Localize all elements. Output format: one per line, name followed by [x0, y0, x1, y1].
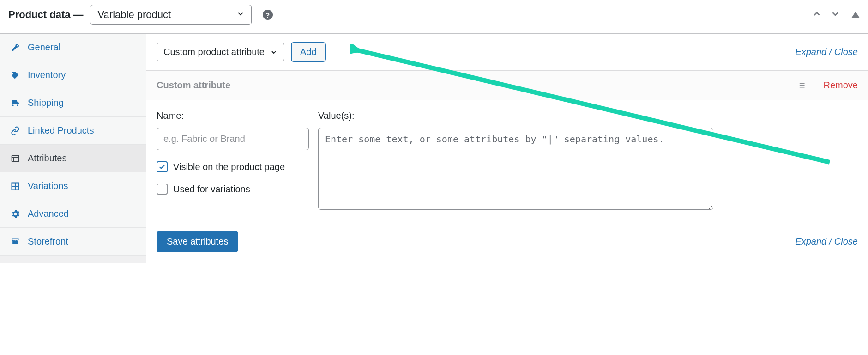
- attribute-row-actions: ≡ Remove: [799, 80, 858, 91]
- product-tabs-sidebar: General Inventory Shipping Linked Produc…: [0, 34, 146, 263]
- header-right: [812, 9, 860, 21]
- panel-title: Product data —: [8, 9, 84, 21]
- product-type-select[interactable]: Variable product: [90, 5, 252, 25]
- remove-attribute-link[interactable]: Remove: [824, 80, 858, 91]
- visible-label: Visible on the product page: [173, 162, 285, 172]
- values-label: Value(s):: [318, 110, 713, 121]
- wrench-icon: [10, 43, 20, 52]
- collapse-icon[interactable]: [851, 12, 860, 18]
- expand-close-group-bottom: Expand / Close: [795, 236, 858, 247]
- attributes-footer: Save attributes Expand / Close: [146, 220, 868, 263]
- product-type-value: Variable product: [98, 9, 171, 21]
- truck-icon: [10, 98, 20, 108]
- attribute-type-value: Custom product attribute: [163, 47, 265, 57]
- svg-rect-0: [12, 155, 19, 161]
- product-data-panel: Product data — Variable product ?: [0, 0, 868, 263]
- attributes-toolbar: Custom product attribute Add Expand / Cl…: [146, 34, 868, 71]
- expand-link[interactable]: Expand: [795, 47, 826, 57]
- help-icon[interactable]: ?: [263, 10, 273, 20]
- expand-link-bottom[interactable]: Expand: [795, 236, 826, 246]
- chevron-down-icon: [236, 9, 245, 21]
- save-attributes-button[interactable]: Save attributes: [157, 231, 238, 252]
- attribute-name-input[interactable]: [157, 128, 309, 150]
- name-column: Name: Visible on the product page Used f…: [157, 110, 309, 210]
- move-down-icon[interactable]: [830, 9, 840, 21]
- visible-checkbox-row[interactable]: Visible on the product page: [157, 161, 309, 172]
- sidebar-item-label: Variations: [28, 181, 68, 191]
- sidebar-item-linked-products[interactable]: Linked Products: [0, 117, 146, 145]
- check-icon: [158, 163, 166, 171]
- sidebar-item-storefront[interactable]: Storefront: [0, 228, 146, 256]
- header-left: Product data — Variable product ?: [8, 5, 273, 25]
- attribute-title: Custom attribute: [157, 80, 230, 91]
- close-link-bottom[interactable]: Close: [834, 236, 858, 246]
- name-label: Name:: [157, 110, 309, 121]
- variations-label: Used for variations: [173, 184, 250, 195]
- attribute-type-select[interactable]: Custom product attribute: [157, 43, 284, 61]
- attribute-form: Name: Visible on the product page Used f…: [146, 100, 868, 220]
- list-icon: [10, 154, 20, 163]
- close-link[interactable]: Close: [834, 47, 858, 57]
- visible-checkbox[interactable]: [157, 161, 168, 172]
- expand-close-group: Expand / Close: [795, 47, 858, 57]
- tag-icon: [10, 71, 20, 80]
- attribute-row-header[interactable]: Custom attribute ≡ Remove: [146, 71, 868, 100]
- sidebar-item-advanced[interactable]: Advanced: [0, 200, 146, 228]
- chevron-down-icon: [270, 49, 277, 56]
- move-up-icon[interactable]: [812, 9, 822, 21]
- sidebar-item-general[interactable]: General: [0, 34, 146, 61]
- attribute-values-textarea[interactable]: [318, 128, 713, 210]
- panel-header: Product data — Variable product ?: [0, 0, 868, 34]
- grid-icon: [10, 182, 20, 191]
- sidebar-item-label: General: [28, 42, 60, 53]
- sidebar-item-attributes[interactable]: Attributes: [0, 145, 146, 172]
- sidebar-item-label: Shipping: [28, 98, 64, 108]
- attributes-main: Custom product attribute Add Expand / Cl…: [146, 34, 868, 263]
- sidebar-item-label: Advanced: [28, 208, 69, 219]
- sidebar-item-label: Attributes: [28, 153, 66, 164]
- variations-checkbox[interactable]: [157, 184, 168, 195]
- panel-body: General Inventory Shipping Linked Produc…: [0, 34, 868, 263]
- values-column: Value(s):: [318, 110, 713, 210]
- sidebar-item-label: Storefront: [28, 236, 68, 247]
- sidebar-item-label: Inventory: [28, 70, 66, 80]
- store-icon: [10, 237, 20, 246]
- separator: /: [829, 236, 834, 246]
- sidebar-item-variations[interactable]: Variations: [0, 172, 146, 200]
- gear-icon: [10, 209, 20, 219]
- separator: /: [829, 47, 834, 57]
- variations-checkbox-row[interactable]: Used for variations: [157, 184, 309, 195]
- link-icon: [10, 126, 20, 135]
- add-attribute-button[interactable]: Add: [291, 42, 326, 62]
- drag-handle-icon[interactable]: ≡: [799, 82, 805, 88]
- sidebar-item-inventory[interactable]: Inventory: [0, 61, 146, 89]
- sidebar-item-label: Linked Products: [28, 125, 94, 136]
- sidebar-item-shipping[interactable]: Shipping: [0, 89, 146, 117]
